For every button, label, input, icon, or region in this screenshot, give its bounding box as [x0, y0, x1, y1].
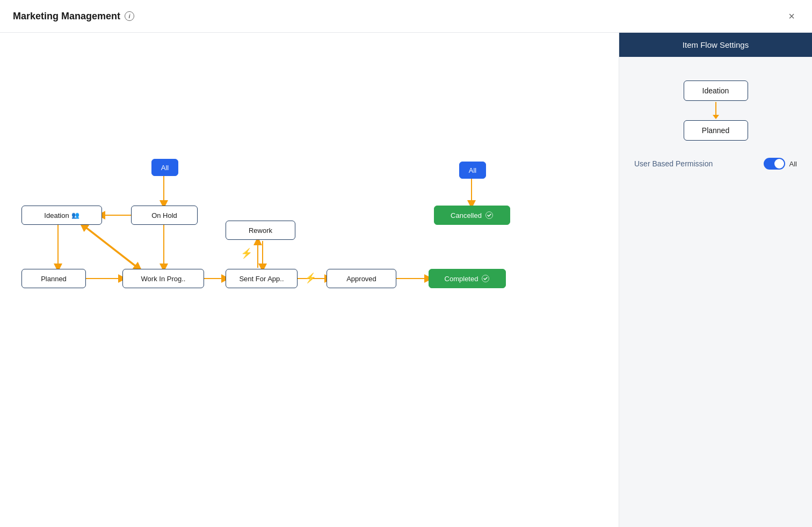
- work-in-prog-node[interactable]: Work In Prog..: [122, 269, 204, 288]
- close-button[interactable]: ×: [784, 9, 799, 24]
- all-button-right[interactable]: All: [459, 162, 486, 179]
- person-icon: 👥: [71, 211, 79, 219]
- all-button-left[interactable]: All: [151, 159, 178, 176]
- modal-body: All Ideation 👥 On Hold Planned Work In P…: [0, 33, 812, 527]
- lightning-icon-left: ⚡: [241, 247, 252, 259]
- settings-panel-header: Item Flow Settings: [619, 33, 812, 57]
- modal-header: Marketing Management i ×: [0, 0, 812, 33]
- completed-check-icon: [481, 274, 490, 283]
- flow-canvas: All Ideation 👥 On Hold Planned Work In P…: [0, 33, 619, 527]
- info-icon: i: [125, 11, 134, 21]
- cancelled-check-icon: [485, 211, 494, 219]
- sent-for-app-node[interactable]: Sent For App..: [226, 269, 298, 288]
- svg-line-3: [83, 225, 139, 268]
- cancelled-node[interactable]: Cancelled: [434, 206, 510, 225]
- settings-panel: Item Flow Settings Ideation Planned: [619, 33, 812, 527]
- rework-node[interactable]: Rework: [226, 221, 295, 240]
- lightning-icon-right: ⚡: [305, 272, 316, 284]
- completed-node[interactable]: Completed: [429, 269, 506, 288]
- toggle-knob: [774, 159, 784, 169]
- toggle-area: All: [764, 158, 797, 170]
- modal-container: Marketing Management i ×: [0, 0, 812, 527]
- modal-title-area: Marketing Management i: [13, 11, 134, 22]
- approved-node[interactable]: Approved: [327, 269, 396, 288]
- planned-node[interactable]: Planned: [21, 269, 86, 288]
- user-permission-toggle[interactable]: [764, 158, 785, 170]
- ideation-node[interactable]: Ideation 👥: [21, 206, 102, 225]
- settings-arrow-1: [713, 102, 719, 119]
- permission-label: User Based Permission: [634, 159, 713, 168]
- on-hold-node[interactable]: On Hold: [131, 206, 198, 225]
- settings-planned-node[interactable]: Planned: [684, 120, 748, 141]
- settings-flow: Ideation Planned: [684, 80, 748, 141]
- settings-ideation-node[interactable]: Ideation: [684, 80, 748, 101]
- settings-panel-body: Ideation Planned User Based Permission: [619, 57, 812, 182]
- toggle-value-label: All: [789, 160, 797, 168]
- svg-line-5: [83, 226, 139, 269]
- permission-row: User Based Permission All: [632, 158, 799, 170]
- modal-title: Marketing Management: [13, 11, 120, 22]
